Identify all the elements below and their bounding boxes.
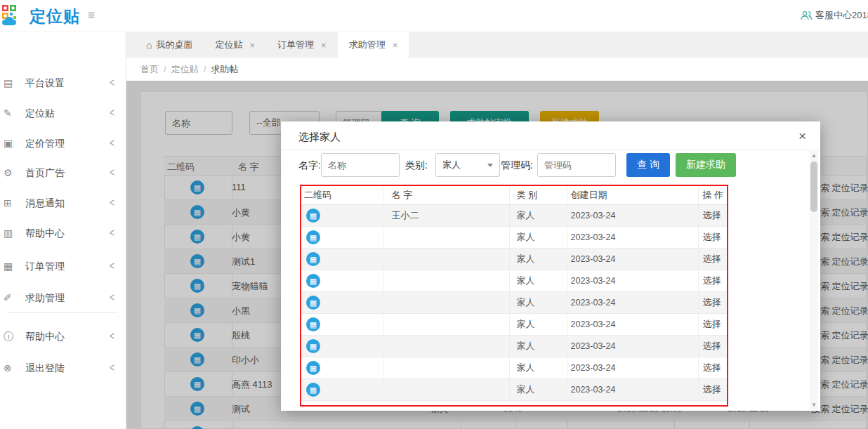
table-row: ▦家人2023-03-24选择 — [301, 270, 727, 291]
modal-close-icon[interactable]: × — [798, 128, 806, 144]
chevron-left-icon: < — [110, 137, 114, 150]
user-menu[interactable]: 客服中心2018 — [801, 9, 868, 22]
qrcode-icon[interactable]: ▦ — [306, 361, 320, 375]
chevron-left-icon: < — [110, 362, 114, 374]
select-row-link[interactable]: 选择 — [698, 291, 727, 313]
list-menu-icon[interactable]: ≡ — [88, 8, 95, 22]
modal-scrollbar[interactable]: ▲ ▼ — [810, 151, 818, 409]
logo-text: 定位贴 — [29, 6, 80, 27]
row-name — [383, 291, 509, 313]
row-name — [383, 357, 509, 378]
sidebar-item-label: 定位贴 — [25, 107, 55, 120]
sidebar-item-label: 订单管理 — [25, 260, 65, 273]
table-header-row: 二维码 名 字 类 别 创建日期 操 作 — [301, 186, 727, 204]
table-row: ▦家人2023-03-24选择 — [301, 357, 727, 378]
tab-label: 求助管理 — [349, 39, 386, 51]
scroll-down-icon[interactable]: ▼ — [810, 402, 818, 408]
modal-new-help-button[interactable]: 新建求助 — [676, 153, 736, 177]
qrcode-icon[interactable]: ▦ — [306, 274, 320, 288]
sidebar-divider — [7, 312, 118, 313]
sidebar-item-platform-settings[interactable]: ▤平台设置< — [0, 72, 126, 93]
orders-icon: ▦ — [4, 260, 13, 272]
row-date: 2023-03-24 — [567, 357, 698, 378]
qrcode-icon[interactable]: ▦ — [306, 209, 320, 223]
modal-search-button[interactable]: 查 询 — [626, 153, 670, 177]
row-category: 家人 — [509, 270, 567, 291]
chevron-left-icon: < — [110, 166, 114, 179]
column-header: 创建日期 — [567, 186, 698, 204]
select-row-link[interactable]: 选择 — [698, 335, 727, 357]
qrcode-icon[interactable]: ▦ — [306, 383, 320, 397]
close-tab-icon[interactable]: × — [393, 40, 398, 51]
modal-code-input[interactable] — [537, 153, 616, 177]
row-category: 家人 — [509, 226, 567, 248]
row-category: 家人 — [509, 357, 567, 378]
chevron-left-icon: < — [110, 197, 114, 209]
tab-help-management[interactable]: 求助管理× — [338, 32, 409, 58]
sidebar-item-home-ads[interactable]: ⚙首页广告< — [0, 162, 126, 183]
chevron-left-icon: < — [110, 330, 114, 343]
qrcode-icon[interactable]: ▦ — [306, 252, 320, 266]
breadcrumb-separator: / — [164, 64, 166, 74]
select-row-link[interactable]: 选择 — [698, 378, 727, 400]
modal-name-input[interactable] — [321, 153, 400, 177]
app-logo[interactable]: 定位贴 — [1, 4, 80, 29]
table-row: ▦王小二家人2023-03-24选择 — [301, 204, 727, 226]
qrcode-icon[interactable]: ▦ — [306, 317, 320, 331]
row-name — [383, 226, 509, 248]
select-row-link[interactable]: 选择 — [698, 204, 727, 226]
select-row-link[interactable]: 选择 — [698, 248, 727, 270]
select-family-modal: 选择家人 × 名字: 类别: 家人 管理码: 查 询 新建求助 二维码 名 字 … — [281, 121, 820, 411]
tab-orders[interactable]: 订单管理× — [266, 32, 338, 58]
breadcrumb-separator: / — [204, 64, 206, 74]
table-row: ▦家人2023-03-24选择 — [301, 226, 727, 248]
scroll-up-icon[interactable]: ▲ — [810, 152, 818, 159]
sidebar-item-label: 首页广告 — [25, 167, 65, 180]
info-icon: ⓘ — [4, 331, 13, 343]
user-name: 客服中心2018 — [815, 9, 868, 22]
row-category: 家人 — [509, 248, 567, 270]
tab-sticker[interactable]: 定位贴× — [204, 32, 266, 58]
sidebar-item-help-requests[interactable]: ✐求助管理< — [0, 287, 126, 308]
app-window: 定位贴 ≡ 客服中心2018 ▤平台设置< ✎定位贴< ▣定价管理< ⚙首页广告… — [0, 0, 868, 429]
chevron-left-icon: < — [110, 77, 114, 89]
sidebar-item-pricing[interactable]: ▣定价管理< — [0, 133, 126, 154]
sidebar-item-notifications[interactable]: ⊞消息通知< — [0, 192, 126, 213]
select-row-link[interactable]: 选择 — [698, 270, 727, 291]
tab-my-desktop[interactable]: ⌂我的桌面 — [135, 32, 204, 58]
selected-option: 家人 — [442, 159, 461, 171]
sidebar-item-help-center[interactable]: ▥帮助中心< — [0, 223, 126, 244]
select-row-link[interactable]: 选择 — [698, 313, 727, 335]
breadcrumb-home[interactable]: 首页 — [140, 63, 159, 76]
close-tab-icon[interactable]: × — [321, 40, 327, 51]
sidebar-item-label: 消息通知 — [25, 197, 65, 210]
column-header: 二维码 — [301, 186, 383, 204]
table-row: ▦家人2023-03-24选择 — [301, 248, 727, 270]
qrcode-icon[interactable]: ▦ — [306, 230, 320, 244]
select-row-link[interactable]: 选择 — [698, 357, 727, 378]
select-row-link[interactable]: 选择 — [698, 226, 727, 248]
tab-label: 我的桌面 — [156, 39, 192, 51]
sidebar-item-help-center-2[interactable]: ⓘ帮助中心< — [0, 326, 126, 347]
row-date: 2023-03-24 — [567, 313, 698, 335]
chevron-left-icon: < — [110, 227, 114, 239]
row-name — [383, 313, 509, 335]
breadcrumb-sticker[interactable]: 定位贴 — [171, 63, 199, 76]
row-category: 家人 — [509, 204, 567, 226]
qrcode-icon[interactable]: ▦ — [306, 296, 320, 310]
help-book-icon: ▥ — [4, 227, 13, 239]
row-name — [383, 335, 509, 357]
sidebar-item-orders[interactable]: ▦订单管理< — [0, 256, 126, 277]
row-name: 王小二 — [383, 204, 509, 226]
chevron-down-icon — [487, 164, 493, 167]
pricing-icon: ▣ — [4, 138, 13, 149]
modal-category-select[interactable]: 家人 — [435, 153, 500, 177]
sidebar-item-sticker[interactable]: ✎定位贴< — [0, 103, 126, 124]
close-tab-icon[interactable]: × — [249, 40, 255, 51]
scrollbar-thumb[interactable] — [810, 161, 817, 212]
row-name — [383, 248, 509, 270]
sidebar-item-label: 定价管理 — [25, 138, 65, 150]
sidebar-item-logout[interactable]: ⊗退出登陆< — [0, 357, 126, 378]
sidebar-item-label: 帮助中心 — [25, 227, 65, 240]
qrcode-icon[interactable]: ▦ — [306, 339, 320, 353]
